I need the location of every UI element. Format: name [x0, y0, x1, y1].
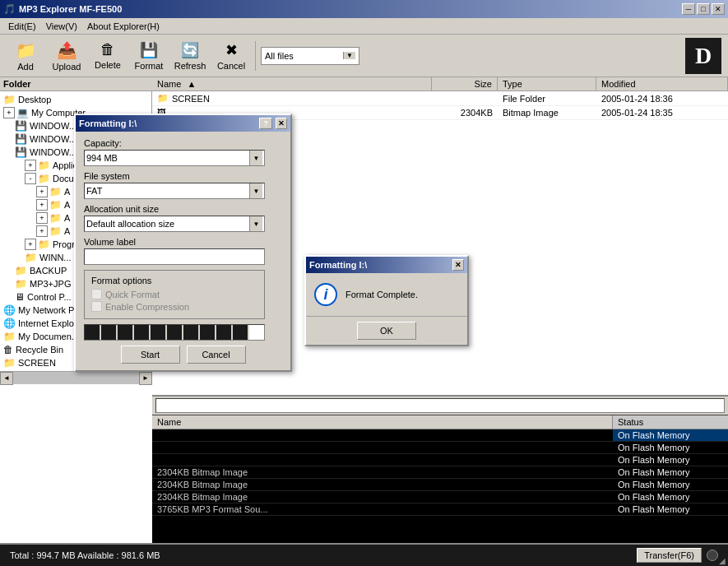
expander-icon[interactable]: +: [36, 225, 48, 237]
menu-edit[interactable]: Edit(E): [3, 20, 41, 33]
table-row[interactable]: 📁 SCREEN File Folder 2005-01-24 18:36: [152, 91, 728, 106]
folder-icon: 📁: [15, 265, 27, 276]
status-row[interactable]: On Flash Memory: [152, 454, 728, 466]
column-header-type[interactable]: Type: [498, 77, 596, 90]
upload-button[interactable]: 📤 Upload: [48, 38, 86, 74]
status-row[interactable]: 2304KB Bitmap Image On Flash Memory: [152, 479, 728, 491]
expander-icon[interactable]: +: [25, 239, 36, 250]
column-header-name[interactable]: Name ▲: [152, 77, 432, 90]
sidebar-item-label: WINDOW...: [30, 121, 77, 131]
quick-format-row: Quick Format: [91, 289, 257, 299]
sidebar-item-label: My Documen...: [18, 332, 79, 341]
expander-icon[interactable]: +: [25, 160, 36, 171]
close-button[interactable]: ✕: [712, 3, 725, 15]
menu-view[interactable]: View(V): [41, 20, 82, 33]
format-options-title: Format options: [91, 276, 257, 285]
filesystem-dropdown[interactable]: FAT ▼: [84, 183, 265, 199]
filesystem-label: File system: [84, 171, 282, 181]
filesystem-arrow-icon: ▼: [249, 183, 262, 198]
sidebar-item-label: BACKUP: [30, 266, 67, 276]
format-options-group: Format options Quick Format Enable Compr…: [84, 270, 265, 319]
folder-icon: 📁: [38, 173, 50, 184]
menu-about[interactable]: About Explorer(H): [82, 20, 165, 33]
allocation-dropdown[interactable]: Default allocation size ▼: [84, 216, 265, 232]
expander-icon[interactable]: +: [36, 199, 48, 211]
sidebar-item-label: MP3+JPG: [30, 279, 71, 289]
title-bar-buttons: ─ □ ✕: [682, 3, 725, 15]
folder-icon: 📁: [49, 186, 62, 197]
sidebar-item-label: Internet Explo...: [18, 318, 81, 328]
quick-format-checkbox[interactable]: [91, 289, 102, 299]
cancel-button[interactable]: ✖ Cancel: [212, 38, 250, 74]
minimize-button[interactable]: ─: [682, 3, 695, 15]
status-name: 2304KB Bitmap Image: [152, 479, 613, 490]
folder-icon: 📁: [49, 199, 62, 211]
status-value: On Flash Memory: [613, 429, 728, 441]
status-name: 3765KB MP3 Format Sou...: [152, 503, 613, 515]
enable-compression-label: Enable Compression: [105, 302, 189, 312]
status-name: [152, 429, 613, 441]
status-panel: Name Status On Flash Memory On Flash Mem…: [152, 395, 728, 543]
column-header-modified[interactable]: Modified: [596, 77, 728, 90]
add-button[interactable]: 📁 Add: [7, 38, 44, 74]
sidebar-item-label: WINDOW...: [30, 134, 77, 144]
capacity-dropdown[interactable]: 994 MB ▼: [84, 150, 265, 166]
status-name: 2304KB Bitmap Image: [152, 491, 613, 503]
enable-compression-checkbox[interactable]: [91, 301, 102, 312]
folder-icon: 💾: [15, 120, 27, 132]
status-col-status: Status: [613, 415, 728, 429]
sidebar-item-label: SCREEN: [18, 358, 56, 368]
progress-segment: [167, 325, 183, 340]
sidebar-item-label: Control P...: [27, 292, 72, 302]
sidebar-item-label: Desktop: [18, 95, 51, 104]
delete-button[interactable]: 🗑 Delete: [89, 38, 127, 74]
expander-icon[interactable]: +: [3, 107, 15, 118]
maximize-button[interactable]: □: [697, 3, 710, 15]
resize-handle[interactable]: ◢: [716, 554, 728, 566]
folder-icon: 📁: [157, 93, 169, 104]
expander-icon[interactable]: -: [25, 173, 36, 184]
filesystem-value: FAT: [86, 186, 102, 196]
capacity-value: 994 MB: [86, 153, 118, 163]
transfer-button[interactable]: Transfer(F6): [637, 548, 702, 563]
status-row[interactable]: 2304KB Bitmap Image On Flash Memory: [152, 466, 728, 479]
progress-segment: [85, 325, 101, 340]
format-button[interactable]: 💾 Format: [130, 38, 168, 74]
status-row[interactable]: 2304KB Bitmap Image On Flash Memory: [152, 491, 728, 503]
start-button[interactable]: Start: [121, 346, 180, 364]
progress-segment: [200, 325, 216, 340]
status-row[interactable]: On Flash Memory: [152, 442, 728, 454]
status-value: On Flash Memory: [613, 454, 728, 466]
expander-icon[interactable]: +: [36, 186, 48, 197]
sidebar-item-label: WINDOW...: [30, 147, 77, 157]
refresh-button[interactable]: 🔄 Refresh: [171, 38, 209, 74]
status-name: 2304KB Bitmap Image: [152, 466, 613, 478]
scroll-right-button[interactable]: ►: [139, 372, 152, 385]
help-button[interactable]: ?: [259, 118, 272, 129]
format-icon: 💾: [140, 41, 158, 59]
status-row[interactable]: On Flash Memory: [152, 429, 728, 442]
format-dialog-close[interactable]: ✕: [276, 118, 287, 129]
file-modified: 2005-01-24 18:35: [596, 107, 728, 118]
expander-icon[interactable]: +: [36, 212, 48, 224]
allocation-label: Allocation unit size: [84, 204, 282, 214]
folder-icon: 📁: [3, 331, 16, 342]
scroll-left-button[interactable]: ◄: [0, 372, 13, 385]
progress-segment: [216, 325, 233, 340]
toolbar-separator: [255, 41, 256, 71]
upload-label: Upload: [53, 62, 81, 72]
column-header-size[interactable]: Size: [432, 77, 498, 90]
file-type-dropdown[interactable]: All files ▼: [261, 47, 359, 65]
scroll-track[interactable]: [13, 372, 139, 384]
status-row[interactable]: 3765KB MP3 Format Sou... On Flash Memory: [152, 503, 728, 516]
refresh-icon: 🔄: [181, 41, 199, 59]
upload-icon: 📤: [57, 40, 77, 60]
search-input[interactable]: [155, 398, 725, 413]
format-cancel-button[interactable]: Cancel: [187, 346, 246, 364]
sidebar-item-label: Recycle Bin: [16, 345, 63, 355]
volume-input[interactable]: [84, 248, 265, 265]
sidebar-item-desktop[interactable]: 📁 Desktop: [2, 93, 150, 106]
sidebar-item-label: WINN...: [39, 253, 72, 262]
file-type: File Folder: [498, 93, 596, 104]
network-icon: 🌐: [3, 304, 16, 316]
